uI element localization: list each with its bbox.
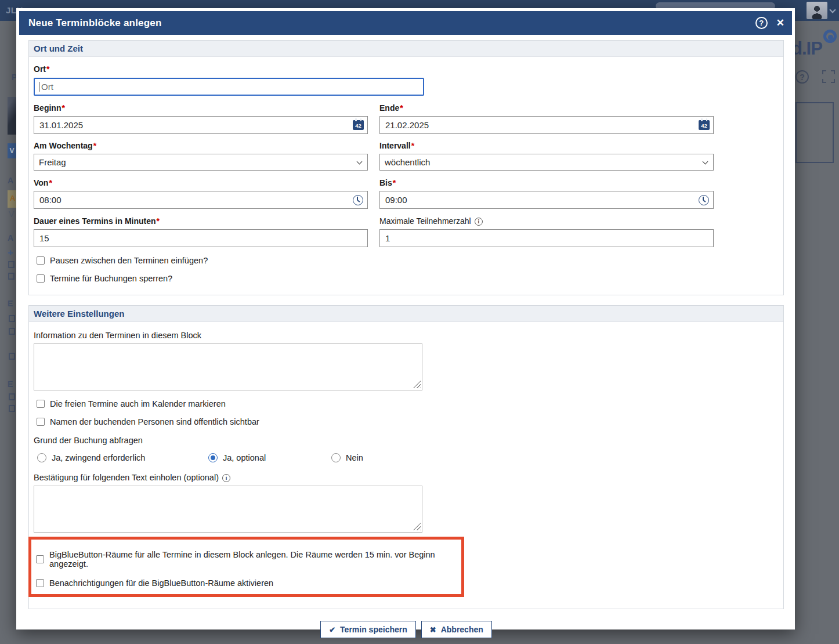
close-icon[interactable]: ✕ xyxy=(776,18,784,28)
dauer-field-wrap xyxy=(34,226,368,247)
save-button[interactable]: ✔ Termin speichern xyxy=(320,621,416,638)
von-input[interactable] xyxy=(34,191,368,209)
fullscreen-icon xyxy=(822,70,835,83)
nein-radio[interactable] xyxy=(331,453,341,462)
help-icon[interactable]: ? xyxy=(755,17,768,29)
bg-document-icon xyxy=(8,273,15,280)
radio-option-optional: Ja, optional xyxy=(208,453,266,462)
intervall-label: Intervall* xyxy=(379,141,714,150)
bg-fragment-text: A xyxy=(8,176,13,185)
calendar-icon[interactable]: 42 xyxy=(353,120,364,130)
bbb-benachrichtigung-checkbox-label: Benachrichtigungen für die BigBlueButton… xyxy=(49,578,273,588)
studip-logo: d.IP xyxy=(791,38,822,59)
bg-checkbox-icon xyxy=(9,405,15,412)
namen-checkbox-label: Namen der buchenden Personen sind öffent… xyxy=(50,417,259,426)
sperren-checkbox-label: Termine für Buchungen sperren? xyxy=(50,274,172,283)
annotation-highlight-box: BigBlueButton-Räume für alle Termine in … xyxy=(28,537,464,597)
bg-fragment-text: V xyxy=(9,209,14,219)
radio-option-nein: Nein xyxy=(331,453,363,462)
von-field-wrap xyxy=(34,187,368,209)
von-label: Von* xyxy=(34,178,368,187)
bg-fragment-text: A xyxy=(8,233,13,243)
ende-label: Ende* xyxy=(379,103,714,113)
max-teilnehmer-label: Maximale Teilnehmerzahli xyxy=(379,216,714,226)
required-asterisk: * xyxy=(46,64,49,74)
text-caret xyxy=(39,82,39,92)
pausen-checkbox-label: Pausen zwischen den Terminen einfügen? xyxy=(50,256,208,265)
pausen-checkbox[interactable] xyxy=(37,256,45,265)
intervall-field-wrap: wöchentlich xyxy=(379,150,714,171)
page-help-icon: ? xyxy=(795,70,809,84)
checkbox-row-bbb-benachrichtigung: Benachrichtigungen für die BigBlueButton… xyxy=(36,578,451,588)
checkbox-row-namen: Namen der buchenden Personen sind öffent… xyxy=(37,417,779,426)
zwingend-radio[interactable] xyxy=(37,453,46,462)
info-textarea-wrap xyxy=(34,343,422,390)
wochentag-select[interactable]: Freitag xyxy=(34,154,368,171)
dialog-header: Neue Terminblöcke anlegen ? ✕ xyxy=(19,11,792,35)
bg-checkbox-icon xyxy=(9,393,15,400)
checkbox-row-kalender: Die freien Termine auch im Kalender mark… xyxy=(37,399,779,408)
intervall-select[interactable]: wöchentlich xyxy=(379,154,714,171)
info-icon[interactable]: i xyxy=(222,474,230,482)
bbb-anlegen-checkbox-label: BigBlueButton-Räume für alle Termine in … xyxy=(49,550,451,569)
beginn-field-wrap: 42 xyxy=(34,113,368,134)
ende-input[interactable] xyxy=(379,116,714,134)
bis-field-wrap xyxy=(379,187,714,209)
beginn-input[interactable] xyxy=(34,116,368,134)
bg-highlighted-row: A xyxy=(8,190,16,208)
section-weitere-einstellungen: Weitere Einstellungen Information zu den… xyxy=(28,305,784,609)
section-ort-und-zeit: Ort und Zeit Ort* Beginn* Ende* xyxy=(28,40,784,295)
optional-radio[interactable] xyxy=(208,453,218,462)
bbb-anlegen-checkbox[interactable] xyxy=(36,555,44,563)
beginn-label: Beginn* xyxy=(34,103,368,113)
radio-option-zwingend: Ja, zwingend erforderlich xyxy=(37,453,145,462)
bg-profile-photo xyxy=(8,97,16,135)
checkbox-row-sperren: Termine für Buchungen sperren? xyxy=(37,274,779,283)
namen-checkbox[interactable] xyxy=(37,418,45,426)
bg-document-icon xyxy=(8,261,15,268)
chevron-down-icon xyxy=(829,6,836,13)
wochentag-field-wrap: Freitag xyxy=(34,150,368,171)
dialog-body: Ort und Zeit Ort* Beginn* Ende* xyxy=(19,35,792,638)
kalender-checkbox[interactable] xyxy=(37,400,45,408)
cancel-button[interactable]: ✖ Abbrechen xyxy=(421,621,492,638)
bg-checkbox-icon xyxy=(9,315,15,322)
bg-blue-button: V xyxy=(8,143,16,158)
x-icon: ✖ xyxy=(430,626,436,634)
bg-fragment-text: E xyxy=(8,299,13,308)
bg-checkbox-icon xyxy=(9,353,15,360)
info-textarea[interactable] xyxy=(34,343,422,390)
sperren-checkbox[interactable] xyxy=(37,274,45,283)
max-teilnehmer-input[interactable] xyxy=(379,229,714,247)
kalender-checkbox-label: Die freien Termine auch im Kalender mark… xyxy=(50,399,226,408)
info-block-label: Information zu den Terminen in diesem Bl… xyxy=(34,331,779,340)
ende-field-wrap: 42 xyxy=(379,113,714,134)
section-header: Weitere Einstellungen xyxy=(29,306,783,322)
bbb-benachrichtigung-checkbox[interactable] xyxy=(36,579,44,587)
bg-plus-icon: + xyxy=(8,247,13,259)
studip-logo-dot xyxy=(828,35,833,40)
checkbox-row-pausen: Pausen zwischen den Terminen einfügen? xyxy=(37,256,779,265)
info-icon[interactable]: i xyxy=(475,218,483,226)
bestaetigung-textarea-wrap xyxy=(34,486,422,533)
clock-icon[interactable] xyxy=(353,195,363,205)
bis-input[interactable] xyxy=(379,191,714,209)
bis-label: Bis* xyxy=(379,178,714,187)
background-outline-box xyxy=(795,102,834,163)
calendar-icon[interactable]: 42 xyxy=(699,120,710,130)
dauer-input[interactable] xyxy=(34,229,368,247)
ort-field-wrap xyxy=(34,78,424,96)
bestaetigung-textarea[interactable] xyxy=(34,486,422,533)
dialog-title: Neue Terminblöcke anlegen xyxy=(28,17,162,29)
max-teilnehmer-field-wrap xyxy=(379,226,714,247)
ort-input[interactable] xyxy=(34,78,424,96)
checkbox-row-bbb-anlegen: BigBlueButton-Räume für alle Termine in … xyxy=(36,550,451,569)
bg-checkbox-icon xyxy=(9,328,15,335)
check-icon: ✔ xyxy=(329,626,335,634)
avatar xyxy=(807,2,827,19)
dauer-label: Dauer eines Termins in Minuten* xyxy=(34,216,368,226)
bg-fragment-text: E xyxy=(8,379,13,389)
clock-icon[interactable] xyxy=(699,195,709,205)
ort-label: Ort* xyxy=(34,64,779,74)
dialog-neue-terminbloecke: Neue Terminblöcke anlegen ? ✕ Ort und Ze… xyxy=(16,8,795,629)
